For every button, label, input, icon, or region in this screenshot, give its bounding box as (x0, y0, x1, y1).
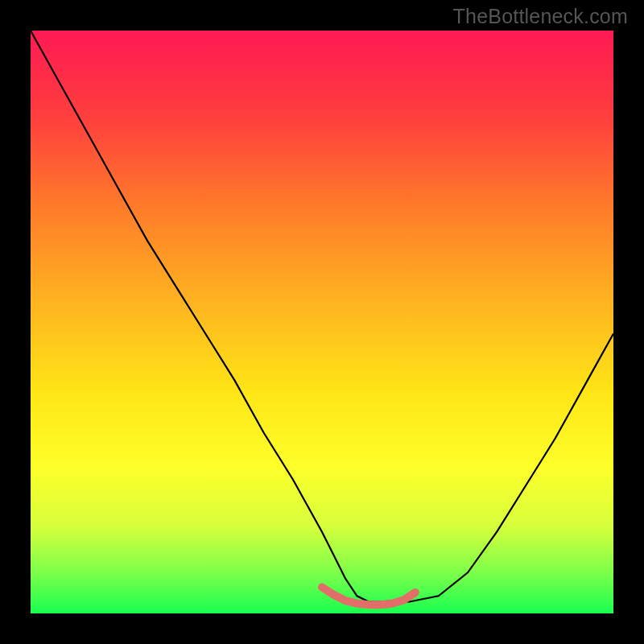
chart-frame: TheBottleneck.com (0, 0, 644, 644)
curve-layer (31, 31, 613, 613)
bottleneck-curve (31, 31, 613, 602)
watermark-text: TheBottleneck.com (453, 5, 628, 28)
plot-area (31, 31, 613, 613)
benchmark-region (322, 587, 415, 605)
